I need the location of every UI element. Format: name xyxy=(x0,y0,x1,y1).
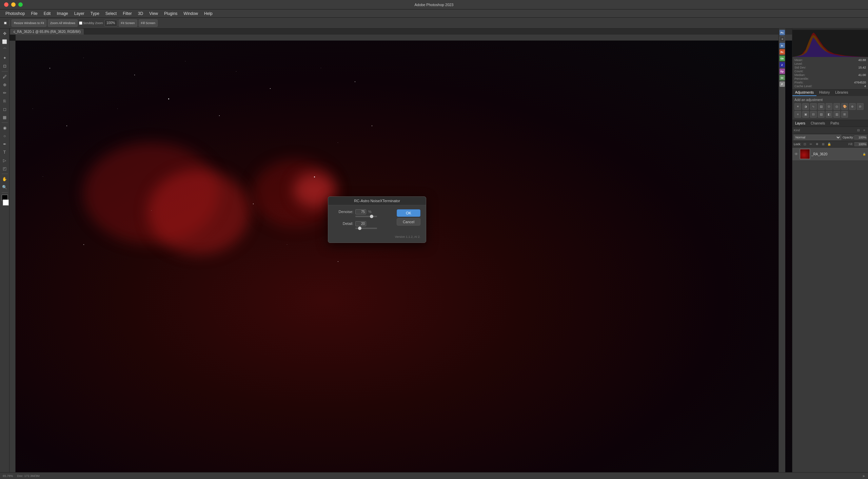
menu-file[interactable]: File xyxy=(28,11,40,17)
dodge-tool[interactable]: ○ xyxy=(1,132,8,140)
nebula-image[interactable] xyxy=(16,41,792,472)
add-adjustment-text: Add an adjustment xyxy=(794,98,866,102)
lock-artboards-btn[interactable]: ⊞ xyxy=(821,142,826,147)
lock-position-btn[interactable]: ✥ xyxy=(815,142,820,147)
menu-plugins[interactable]: Plugins xyxy=(161,11,180,17)
menu-type[interactable]: Type xyxy=(88,11,102,17)
hand-tool[interactable]: ✋ xyxy=(1,175,8,183)
menu-window[interactable]: Window xyxy=(181,11,201,17)
menu-image[interactable]: Image xyxy=(54,11,71,17)
colorlookup-adj[interactable]: ▣ xyxy=(802,111,809,118)
close-button[interactable] xyxy=(4,2,8,7)
traffic-lights xyxy=(4,2,23,7)
menu-edit[interactable]: Edit xyxy=(41,11,54,17)
fill-screen-btn[interactable]: Fill Screen xyxy=(139,19,158,27)
resize-windows-btn[interactable]: Resize Windows to Fit xyxy=(12,19,46,27)
minimize-button[interactable] xyxy=(11,2,16,7)
filter-options[interactable]: ≡ xyxy=(862,128,867,133)
fill-input[interactable] xyxy=(854,142,867,146)
maximize-button[interactable] xyxy=(18,2,23,7)
plugin-btn-2[interactable]: In xyxy=(780,43,785,48)
plugin-btn-5[interactable]: Z xyxy=(780,62,785,68)
colorbalance-adj[interactable]: ⊕ xyxy=(849,103,856,110)
document-tab[interactable]: c_RA_3620-1 @ 65.8% (RA_3620, RGB/8#) xyxy=(10,28,84,35)
menu-photoshop[interactable]: Photoshop xyxy=(3,11,27,17)
path-tool[interactable]: ▷ xyxy=(1,157,8,164)
scrubby-zoom-checkbox[interactable] xyxy=(79,21,82,25)
move-tool[interactable]: ✥ xyxy=(1,30,8,37)
eraser-tool[interactable]: ◻ xyxy=(1,106,8,113)
adjustments-tab[interactable]: Adjustments xyxy=(792,90,816,96)
selectivecolor-adj[interactable]: ⊞ xyxy=(841,111,848,118)
pen-tool[interactable]: ✒ xyxy=(1,140,8,148)
menu-layer[interactable]: Layer xyxy=(72,11,87,17)
history-tab[interactable]: History xyxy=(816,90,832,96)
plugin-btn-8[interactable]: P xyxy=(780,81,785,87)
photofilter-adj[interactable]: ⊘ xyxy=(857,103,864,110)
fit-screen-btn[interactable]: Fit Screen xyxy=(119,19,137,27)
lasso-tool[interactable]: ⌒ xyxy=(1,46,8,54)
detail-slider[interactable] xyxy=(355,228,377,229)
gradient-tool[interactable]: ▦ xyxy=(1,114,8,121)
clone-tool[interactable]: ⎘ xyxy=(1,97,8,105)
posterize-adj[interactable]: ▤ xyxy=(818,111,825,118)
denoise-slider[interactable] xyxy=(355,216,377,217)
libraries-tab[interactable]: Libraries xyxy=(832,90,851,96)
noisexterminator-dialog[interactable]: RC-Astro NoiseXTerminator Denoise: % xyxy=(328,196,426,243)
curves-adj[interactable]: ∿ xyxy=(810,103,817,110)
background-color[interactable] xyxy=(3,199,9,206)
type-tool[interactable]: T xyxy=(1,149,8,156)
plugin-btn-6[interactable]: Ep xyxy=(780,69,785,74)
filter-icon[interactable]: ⊟ xyxy=(856,128,861,133)
gradientmap-adj[interactable]: ▥ xyxy=(833,111,840,118)
menu-help[interactable]: Help xyxy=(201,11,215,17)
crop-tool[interactable]: ⊡ xyxy=(1,62,8,70)
exposure-adj[interactable]: ⊙ xyxy=(826,103,832,110)
cancel-button[interactable]: Cancel xyxy=(397,218,420,226)
healing-tool[interactable]: ⊕ xyxy=(1,81,8,89)
plugin-btn-1[interactable]: Ps xyxy=(780,30,785,35)
mean-label: Mean: xyxy=(794,58,830,62)
brush-tool[interactable]: ✏ xyxy=(1,89,8,97)
channel-mixer-adj[interactable]: ≡ xyxy=(794,111,801,118)
layer-row[interactable]: 👁 _RA_3620 🔒 xyxy=(792,148,868,161)
contrast-adj[interactable]: ◑ xyxy=(802,103,809,110)
lock-all-btn[interactable]: 🔒 xyxy=(827,142,832,147)
menu-filter[interactable]: Filter xyxy=(120,11,135,17)
levels-adj[interactable]: ▤ xyxy=(818,103,825,110)
blend-mode-select[interactable]: Normal Multiply Screen xyxy=(794,135,841,140)
plugin-btn-7[interactable]: Gi xyxy=(780,75,785,80)
plugin-btn-nav[interactable]: ◀ xyxy=(780,36,785,42)
plugin-btn-4[interactable]: Gb xyxy=(780,56,785,61)
invert-adj[interactable]: ⊟ xyxy=(810,111,817,118)
layer-lock-icon[interactable]: 🔒 xyxy=(862,152,867,156)
vibrance-adj[interactable]: ◎ xyxy=(833,103,840,110)
eyedropper-tool[interactable]: 🖉 xyxy=(1,73,8,80)
detail-thumb[interactable] xyxy=(358,227,361,230)
layers-tab[interactable]: Layers xyxy=(792,120,808,127)
shape-tool[interactable]: ◰ xyxy=(1,165,8,172)
opacity-input[interactable] xyxy=(854,135,867,139)
brightness-adj[interactable]: ☀ xyxy=(794,103,801,110)
zoom-tool[interactable]: 🔍 xyxy=(1,184,8,191)
quick-select-tool[interactable]: ✦ xyxy=(1,54,8,62)
channels-tab[interactable]: Channels xyxy=(808,120,828,127)
menu-select[interactable]: Select xyxy=(103,11,119,17)
menu-3d[interactable]: 3D xyxy=(135,11,146,17)
plugin-btn-3[interactable]: Rc xyxy=(780,49,785,55)
zoom-input[interactable] xyxy=(104,20,117,26)
layer-visibility-btn[interactable]: 👁 xyxy=(794,152,798,156)
paths-tab[interactable]: Paths xyxy=(828,120,842,127)
lock-pixels-btn[interactable]: ✏ xyxy=(809,142,813,147)
detail-value-input[interactable] xyxy=(355,221,366,226)
ok-button[interactable]: OK xyxy=(397,209,420,217)
denoise-thumb[interactable] xyxy=(370,215,373,218)
lock-transparent-btn[interactable]: ⊡ xyxy=(803,142,807,147)
denoise-value-input[interactable] xyxy=(355,209,366,214)
menu-view[interactable]: View xyxy=(146,11,161,17)
threshold-adj[interactable]: ◧ xyxy=(826,111,832,118)
zoom-all-btn[interactable]: Zoom All Windows xyxy=(48,19,78,27)
blur-tool[interactable]: ◉ xyxy=(1,124,8,132)
hsl-adj[interactable]: 🎨 xyxy=(841,103,848,110)
marquee-tool[interactable]: ⬜ xyxy=(1,38,8,45)
